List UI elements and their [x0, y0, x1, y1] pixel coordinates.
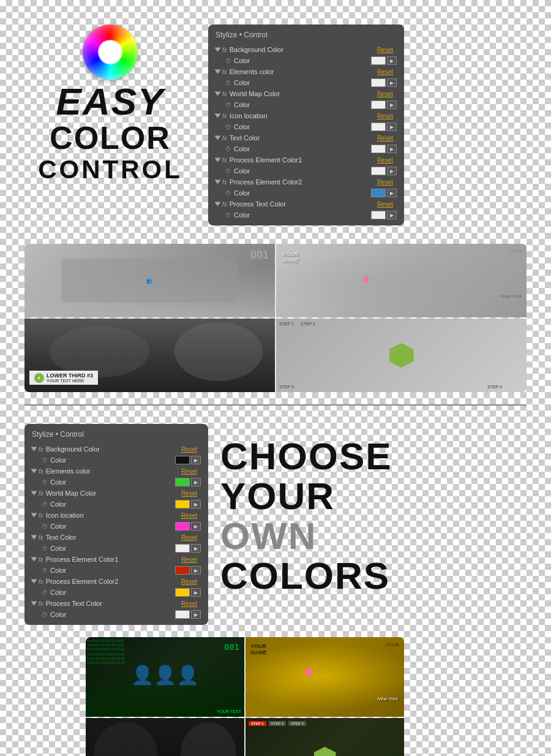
bot-worldmap-row[interactable]: fx World Map Color Reset [29, 488, 203, 499]
newyork-label: New York [377, 696, 398, 701]
icon-location-label: Icon location [230, 112, 377, 119]
choose-line1: CHOOSE [220, 436, 441, 476]
bot-elements-swatch[interactable] [175, 478, 190, 486]
worldmap-color-row[interactable]: fx World Map Color Reset [213, 88, 399, 99]
bot-process-text-reset[interactable]: Reset [181, 600, 197, 607]
process-color1-swatch[interactable] [371, 167, 386, 175]
bot-process-color1-row[interactable]: fx Process Element Color1 Reset [29, 554, 203, 565]
triangle-icon [215, 158, 221, 162]
text-overlay: YOUR TEXT [247, 307, 272, 311]
bot-process-color2-row[interactable]: fx Process Element Color2 Reset [29, 576, 203, 587]
bot-process-color2-label: Process Element Color2 [46, 578, 181, 585]
worldmap-color-swatch[interactable] [371, 100, 386, 109]
bot-process-color1-value: ⏱ Color ▶ [29, 565, 203, 576]
triangle-icon [215, 48, 221, 52]
bottom-image-area: 0100101010010100110100110101001101010010… [0, 637, 551, 756]
your-name-text: YOURNAME [282, 251, 299, 263]
bot-process-text-arrow[interactable]: ▶ [191, 610, 201, 619]
section-divider [24, 404, 527, 406]
bot-process-color1-reset[interactable]: Reset [181, 556, 197, 563]
elements-color-arrow[interactable]: ▶ [387, 78, 397, 87]
bottom-right-image: STEP 1 STEP 2 STEP 5 STEP 4 [276, 319, 527, 392]
bg-color-swatch[interactable] [371, 56, 386, 65]
bg-color-reset[interactable]: Reset [377, 47, 393, 53]
bot-elements-row[interactable]: fx Elements color Reset [29, 466, 203, 477]
bot-process-color2-swatch[interactable] [175, 588, 190, 597]
bot-bg-swatch[interactable] [175, 456, 190, 464]
triangle-icon [215, 202, 221, 206]
process-text-color-arrow[interactable]: ▶ [387, 211, 397, 219]
bot-worldmap-swatch[interactable] [175, 500, 190, 508]
bot-text-color-arrow[interactable]: ▶ [191, 544, 201, 553]
newyork-text: New York [501, 293, 522, 299]
bot-process-text-row[interactable]: fx Process Text Color Reset [29, 598, 203, 609]
text-color-row[interactable]: fx Text Color Reset [213, 132, 399, 143]
icon-location-swatch[interactable] [371, 123, 386, 131]
text-color-swatch[interactable] [371, 145, 386, 153]
bot-process-color1-arrow[interactable]: ▶ [191, 566, 201, 575]
text-color-arrow[interactable]: ▶ [387, 145, 397, 153]
logo-easy: EASY [56, 83, 165, 121]
process-color1-arrow[interactable]: ▶ [387, 167, 397, 175]
triangle-icon [31, 535, 37, 540]
top-right-image: YOURNAME New York YOUR [276, 244, 527, 317]
bot-elements-reset[interactable]: Reset [181, 468, 197, 475]
worldmap-color-reset[interactable]: Reset [377, 91, 393, 97]
process-color2-value-row: ⏱ Color ▶ [213, 187, 399, 198]
process-text-color-row[interactable]: fx Process Text Color Reset [213, 198, 399, 210]
process-color2-reset[interactable]: Reset [377, 179, 393, 186]
icon-location-reset[interactable]: Reset [377, 113, 393, 119]
process-text-color-reset[interactable]: Reset [377, 201, 393, 208]
bot-elements-arrow[interactable]: ▶ [191, 478, 201, 486]
choose-text-area: CHOOSE YOUR OWN COLORS [208, 418, 441, 595]
bot-bg-color-reset[interactable]: Reset [181, 446, 197, 453]
process-color1-row[interactable]: fx Process Element Color1 Reset [213, 154, 399, 165]
bot-process-color1-swatch[interactable] [175, 566, 190, 575]
elements-color-reset[interactable]: Reset [377, 69, 393, 75]
bot-process-color2-reset[interactable]: Reset [181, 578, 197, 585]
process-text-color-label: Process Text Color [230, 200, 377, 208]
num-001: 001 [224, 642, 239, 652]
own-text: OWN [220, 515, 317, 557]
bot-bg-color-label: Background Color [46, 445, 181, 453]
process-color2-swatch[interactable] [371, 189, 386, 197]
worldmap-color-arrow[interactable]: ▶ [387, 100, 397, 109]
bot-icon-loc-row[interactable]: fx Icon location Reset [29, 510, 203, 521]
bg-color-row[interactable]: fx Background Color Reset [213, 44, 399, 55]
num-overlay: 001 [250, 249, 269, 262]
bot-bg-arrow[interactable]: ▶ [191, 456, 201, 464]
bot-process-color1-label: Process Element Color1 [46, 556, 181, 563]
elements-color-row[interactable]: fx Elements color Reset [213, 66, 399, 77]
process-color1-label: Process Element Color1 [230, 156, 377, 164]
bot-process-text-swatch[interactable] [175, 610, 190, 619]
step2-pill: STEP 2 [269, 721, 287, 726]
process-color2-arrow[interactable]: ▶ [387, 189, 397, 197]
top-control-panel: Stylize • Control fx Background Color Re… [208, 25, 404, 225]
triangle-icon [31, 602, 37, 606]
bot-process-text-value: ⏱ Color ▶ [29, 609, 203, 620]
bot-text-color-reset[interactable]: Reset [181, 534, 197, 541]
icon-location-row[interactable]: fx Icon location Reset [213, 110, 399, 121]
icon-location-arrow[interactable]: ▶ [387, 123, 397, 131]
elements-color-swatch[interactable] [371, 78, 386, 87]
top-panel-title: Stylize • Control [213, 29, 399, 40]
text-color-reset[interactable]: Reset [377, 135, 393, 142]
color-wheel-icon [83, 25, 138, 80]
bot-icon-loc-swatch[interactable] [175, 522, 190, 531]
bot-worldmap-arrow[interactable]: ▶ [191, 500, 201, 508]
bot-bg-color-row[interactable]: fx Background Color Reset [29, 444, 203, 455]
bot-process-color2-arrow[interactable]: ▶ [191, 588, 201, 597]
top-image-grid: 👥 001 YOUR TEXT YOURNAME New York YOUR [24, 244, 527, 392]
bot-icon-loc-reset[interactable]: Reset [181, 512, 197, 519]
bot-text-color-swatch[interactable] [175, 544, 190, 553]
process-text-color-swatch[interactable] [371, 211, 386, 219]
bot-icon-loc-arrow[interactable]: ▶ [191, 522, 201, 531]
bot-worldmap-reset[interactable]: Reset [181, 490, 197, 497]
process-color2-row[interactable]: fx Process Element Color2 Reset [213, 176, 399, 187]
bot-text-color-row[interactable]: fx Text Color Reset [29, 532, 203, 543]
bg-color-arrow[interactable]: ▶ [387, 56, 397, 65]
your-text: YOUR [220, 475, 335, 517]
step3-pill: STEP 3 [288, 721, 306, 726]
step-labels-top: STEP 1 STEP 2 STEP 3 [249, 721, 306, 726]
process-color1-reset[interactable]: Reset [377, 157, 393, 164]
